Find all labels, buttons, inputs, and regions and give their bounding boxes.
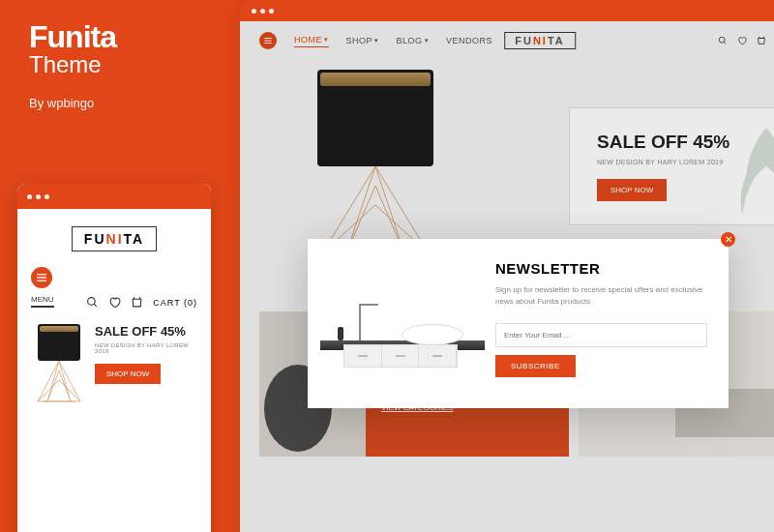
theme-author: By wpbingo [29, 96, 203, 110]
desktop-titlebar [240, 0, 774, 21]
newsletter-modal: ✕ NEWSLETTER Sign up for newsletter to r… [308, 239, 729, 408]
mobile-titlebar [17, 184, 211, 209]
email-input[interactable] [495, 323, 707, 347]
mobile-preview: FUNITA MENU CART (0) SALE OFF 45% NEW DE… [17, 184, 211, 532]
mobile-logo[interactable]: FUNITA [17, 209, 211, 261]
newsletter-desc: Sign up for newsletter to receive specia… [495, 284, 707, 308]
theme-info: Funita Theme By wpbingo [29, 19, 203, 110]
svg-rect-2 [37, 281, 46, 281]
subscribe-button[interactable]: SUBSCRIBE [495, 355, 576, 377]
modal-image [308, 239, 491, 408]
sale-subtitle: NEW DESIGN BY HARY LOREM 2019 [95, 342, 197, 354]
close-icon[interactable]: ✕ [721, 232, 735, 247]
shop-now-button[interactable]: SHOP NOW [95, 364, 161, 384]
svg-rect-0 [37, 274, 46, 275]
sale-heading: SALE OFF 45% [95, 324, 197, 339]
newsletter-title: NEWSLETTER [495, 260, 707, 277]
theme-title: Funita [29, 19, 203, 55]
menu-label[interactable]: MENU [31, 295, 54, 308]
hamburger-icon[interactable] [31, 267, 52, 288]
product-lamp-image [31, 324, 87, 411]
desktop-preview: HOME ▾ SHOP ▾ BLOG ▾ VENDORS FUNITA CART… [240, 0, 774, 532]
theme-subtitle: Theme [29, 51, 203, 78]
svg-rect-1 [37, 277, 46, 278]
